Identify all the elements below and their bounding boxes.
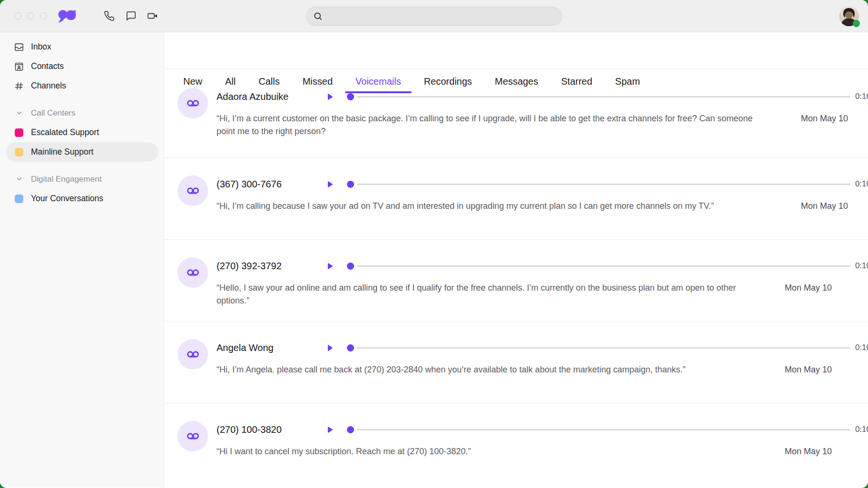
voicemail-avatar — [178, 88, 208, 118]
sidebar: Inbox Contacts — [0, 32, 164, 488]
sidebar-section-call-centers: Call Centers Escalated Support Mainline … — [0, 103, 164, 162]
chevron-down-icon — [13, 109, 25, 117]
audio-scrubber[interactable] — [347, 344, 850, 351]
voicemail-icon — [186, 96, 200, 111]
voicemail-row[interactable]: Adaora Azubuike 0:10 “Hi, I’m a current … — [164, 70, 868, 157]
voicemail-icon — [186, 347, 200, 362]
search-input[interactable] — [327, 11, 555, 21]
main-panel: New All Calls Missed Voicemails Recordin… — [164, 32, 868, 488]
video-icon[interactable] — [147, 10, 158, 22]
voicemail-icon — [186, 265, 200, 280]
topbar-actions — [103, 10, 158, 22]
audio-scrubber[interactable] — [347, 93, 850, 100]
voicemail-list: Adaora Azubuike 0:10 “Hi, I’m a current … — [164, 94, 868, 488]
main-header-spacer — [164, 32, 868, 68]
play-button[interactable] — [325, 179, 334, 189]
sidebar-item-label: Mainline Support — [31, 147, 93, 157]
play-button[interactable] — [325, 92, 334, 101]
sidebar-item-escalated-support[interactable]: Escalated Support — [0, 123, 164, 142]
voicemail-row[interactable]: (367) 300-7676 0:10 “Hi, I’m calling bec… — [164, 157, 868, 239]
chat-icon[interactable] — [125, 10, 137, 22]
caller-name: Adaora Azubuike — [217, 91, 325, 102]
audio-scrubber[interactable] — [347, 426, 850, 433]
voicemail-date: Mon May 10 — [801, 200, 848, 213]
scrubber-handle[interactable] — [347, 344, 354, 351]
window-controls — [14, 12, 47, 20]
voicemail-date: Mon May 10 — [801, 112, 848, 125]
caller-name: (270) 392-3792 — [217, 261, 325, 272]
scrubber-track[interactable] — [357, 96, 850, 98]
section-label: Digital Engagement — [31, 175, 101, 184]
window-close-button[interactable] — [14, 12, 21, 20]
sidebar-section-digital-engagement: Digital Engagement Your Conversations — [0, 169, 164, 208]
caller-name: (367) 300-7676 — [217, 179, 325, 190]
voicemail-transcript: “Hi, I’m calling because I saw your ad o… — [217, 200, 769, 213]
voicemail-icon — [186, 184, 200, 198]
scrubber-track[interactable] — [357, 429, 850, 430]
window-minimize-button[interactable] — [27, 12, 34, 20]
sidebar-item-inbox[interactable]: Inbox — [0, 37, 164, 57]
voicemail-transcript: “Hello, I saw your ad online and am call… — [217, 282, 769, 307]
user-avatar[interactable] — [839, 6, 859, 26]
sidebar-item-your-conversations[interactable]: Your Conversations — [0, 189, 164, 208]
app-window: Inbox Contacts — [0, 0, 868, 488]
chevron-down-icon — [13, 176, 25, 183]
sidebar-item-label: Channels — [31, 81, 66, 91]
voicemail-row[interactable]: (270) 392-3792 0:10 “Hello, I saw your a… — [164, 239, 868, 321]
caller-name: Angela Wong — [217, 342, 325, 353]
voicemail-duration: 0:10 — [855, 425, 868, 434]
voicemail-row[interactable]: Angela Wong 0:10 “Hi, I’m Angela. please… — [164, 321, 868, 403]
global-search[interactable] — [306, 7, 562, 26]
section-label: Call Centers — [31, 108, 76, 118]
audio-scrubber[interactable] — [347, 181, 850, 188]
sidebar-item-label: Escalated Support — [31, 127, 99, 137]
play-button[interactable] — [325, 261, 334, 271]
voicemail-duration: 0:10 — [855, 261, 868, 271]
voicemail-date: Mon May 10 — [785, 445, 832, 458]
scrubber-track[interactable] — [357, 347, 850, 349]
contacts-icon — [13, 61, 25, 72]
scrubber-handle[interactable] — [347, 426, 354, 433]
voicemail-avatar — [178, 339, 208, 370]
search-icon — [313, 11, 323, 21]
audio-scrubber[interactable] — [347, 263, 850, 270]
conversation-color-swatch — [13, 195, 25, 203]
scrubber-handle[interactable] — [347, 93, 354, 100]
voicemail-date: Mon May 10 — [785, 363, 832, 376]
voicemail-duration: 0:10 — [855, 179, 868, 189]
sidebar-item-mainline-support[interactable]: Mainline Support — [6, 142, 158, 162]
call-center-color-swatch — [13, 148, 25, 156]
section-header-digital-engagement[interactable]: Digital Engagement — [0, 169, 164, 189]
caller-name: (270) 100-3820 — [217, 424, 325, 435]
voicemail-avatar — [178, 257, 208, 288]
voicemail-transcript: “Hi, I’m a current customer on the basic… — [217, 112, 769, 138]
sidebar-item-label: Contacts — [31, 61, 64, 71]
voicemail-avatar — [178, 176, 208, 206]
scrubber-track[interactable] — [357, 184, 850, 185]
phone-icon[interactable] — [103, 10, 115, 22]
inbox-icon — [13, 42, 25, 52]
window-zoom-button[interactable] — [40, 12, 47, 20]
scrubber-handle[interactable] — [347, 263, 354, 270]
section-header-call-centers[interactable]: Call Centers — [0, 103, 164, 123]
sidebar-item-label: Your Conversations — [31, 194, 103, 204]
sidebar-item-label: Inbox — [31, 42, 51, 52]
sidebar-item-contacts[interactable]: Contacts — [0, 57, 164, 76]
scrubber-handle[interactable] — [347, 181, 354, 188]
voicemail-avatar — [178, 421, 208, 451]
topbar — [0, 0, 868, 32]
call-center-color-swatch — [13, 128, 25, 137]
voicemail-icon — [186, 429, 200, 444]
dialpad-logo — [57, 8, 77, 25]
scrubber-track[interactable] — [357, 265, 850, 267]
voicemail-transcript: “Hi I want to cancel my subscription. Re… — [217, 445, 769, 458]
voicemail-duration: 0:10 — [855, 92, 868, 101]
sidebar-item-channels[interactable]: Channels — [0, 76, 164, 96]
play-button[interactable] — [325, 425, 334, 434]
voicemail-row[interactable]: (270) 100-3820 0:10 “Hi I want to cancel… — [164, 403, 868, 485]
presence-indicator — [853, 20, 860, 27]
play-button[interactable] — [325, 343, 334, 352]
voicemail-duration: 0:10 — [855, 343, 868, 352]
voicemail-transcript: “Hi, I’m Angela. please call me back at … — [217, 363, 769, 376]
voicemail-date: Mon May 10 — [785, 282, 832, 294]
